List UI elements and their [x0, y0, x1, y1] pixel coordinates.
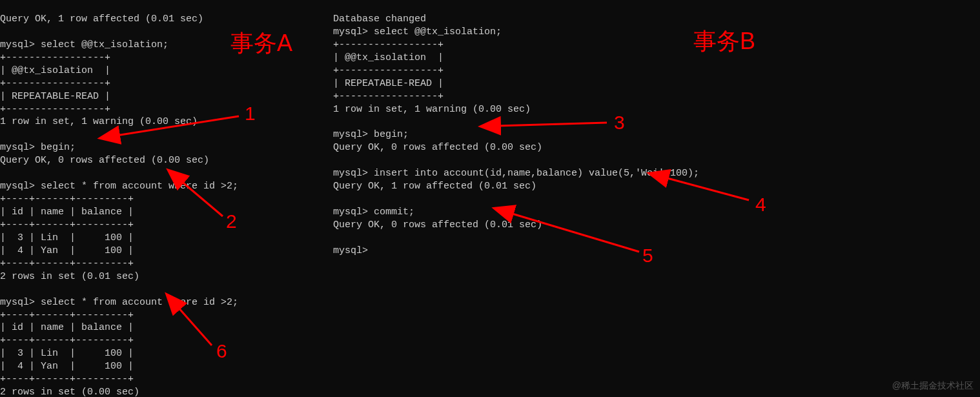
terminal-line: | 3 | Lin | 100 |: [0, 348, 134, 359]
annotation-4: 4: [755, 192, 766, 218]
terminal-line: +-----------------+: [333, 39, 444, 50]
terminal-line: mysql> select @@tx_isolation;: [333, 26, 502, 37]
terminal-line: +----+------+---------+: [0, 194, 134, 205]
terminal-line: Database changed: [333, 14, 426, 25]
terminal-line: mysql>: [333, 245, 374, 256]
terminal-line: mysql> select * from account where id >2…: [0, 297, 238, 308]
terminal-line: | @@tx_isolation |: [333, 52, 444, 63]
terminal-line: mysql> begin;: [0, 142, 76, 153]
watermark: @稀土掘金技术社区: [892, 380, 974, 392]
terminal-line: +----+------+---------+: [0, 310, 134, 321]
terminal-line: 1 row in set, 1 warning (0.00 sec): [333, 104, 531, 115]
terminal-line: +-----------------+: [0, 78, 110, 89]
terminal-line: mysql> insert into account(id,name,balan…: [333, 168, 699, 179]
terminal-line: | 4 | Yan | 100 |: [0, 245, 134, 256]
terminal-line: +-----------------+: [333, 65, 444, 76]
terminal-line: 1 row in set, 1 warning (0.00 sec): [0, 116, 198, 127]
annotation-title-b: 事务B: [693, 26, 755, 57]
terminal-line: | id | name | balance |: [0, 207, 134, 218]
terminal-line: mysql> select * from account where id >2…: [0, 181, 238, 192]
terminal-line: Query OK, 0 rows affected (0.00 sec): [0, 155, 209, 166]
terminal-line: Query OK, 1 row affected (0.01 sec): [333, 181, 536, 192]
terminal-line: mysql> begin;: [333, 129, 409, 140]
terminal-line: | 4 | Yan | 100 |: [0, 361, 134, 372]
terminal-line: +----+------+---------+: [0, 219, 134, 230]
terminal-line: | REPEATABLE-READ |: [0, 91, 110, 102]
terminal-line: | 3 | Lin | 100 |: [0, 232, 134, 243]
terminal-line: Query OK, 0 rows affected (0.00 sec): [333, 142, 542, 153]
terminal-line: +----+------+---------+: [0, 335, 134, 346]
terminal-line: mysql> commit;: [333, 207, 414, 218]
terminal-line: +-----------------+: [0, 104, 110, 115]
terminal-line: mysql> select @@tx_isolation;: [0, 39, 168, 50]
terminal-line: | @@tx_isolation |: [0, 65, 110, 76]
terminal-b: Database changed mysql> select @@tx_isol…: [333, 0, 699, 258]
terminal-line: Query OK, 1 row affected (0.01 sec): [0, 14, 203, 25]
terminal-line: Query OK, 0 rows affected (0.01 sec): [333, 219, 542, 230]
terminal-a: Query OK, 1 row affected (0.01 sec) mysq…: [0, 0, 329, 397]
terminal-line: +-----------------+: [333, 91, 444, 102]
terminal-line: | id | name | balance |: [0, 322, 134, 333]
terminal-line: +----+------+---------+: [0, 258, 134, 269]
terminal-line: | REPEATABLE-READ |: [333, 78, 444, 89]
terminal-line: +----+------+---------+: [0, 374, 134, 385]
terminal-line: 2 rows in set (0.00 sec): [0, 387, 139, 397]
terminal-line: +-----------------+: [0, 52, 110, 63]
terminal-line: 2 rows in set (0.01 sec): [0, 271, 139, 282]
